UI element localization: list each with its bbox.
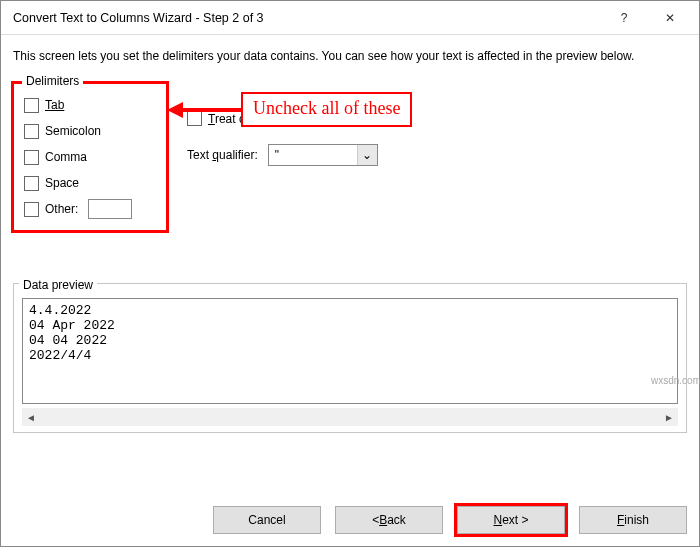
semicolon-label: Semicolon — [45, 124, 101, 138]
delimiter-semicolon-row: Semicolon — [24, 118, 156, 144]
help-icon: ? — [621, 11, 628, 25]
horizontal-scrollbar[interactable]: ◄ ► — [22, 408, 678, 426]
cancel-button[interactable]: Cancel — [213, 506, 321, 534]
titlebar: Convert Text to Columns Wizard - Step 2 … — [1, 1, 699, 35]
comma-label: Comma — [45, 150, 87, 164]
text-qualifier-select[interactable]: " ⌄ — [268, 144, 378, 166]
instruction-text: This screen lets you set the delimiters … — [11, 49, 689, 63]
arrow-line — [183, 108, 241, 112]
space-checkbox[interactable] — [24, 176, 39, 191]
finish-button[interactable]: Finish — [579, 506, 687, 534]
preview-outer: 4.4.2022 04 Apr 2022 04 04 2022 2022/4/4… — [13, 283, 687, 433]
tab-label: Tab — [45, 98, 64, 112]
scroll-right-icon: ► — [660, 408, 678, 426]
delimiter-space-row: Space — [24, 170, 156, 196]
delimiters-group: Delimiters Tab Semicolon Comma Space — [11, 81, 169, 233]
dialog-window: Convert Text to Columns Wizard - Step 2 … — [0, 0, 700, 547]
delimiter-comma-row: Comma — [24, 144, 156, 170]
close-button[interactable]: ✕ — [647, 3, 693, 33]
window-title: Convert Text to Columns Wizard - Step 2 … — [13, 11, 601, 25]
other-checkbox[interactable] — [24, 202, 39, 217]
other-label: Other: — [45, 202, 78, 216]
dialog-content: This screen lets you set the delimiters … — [1, 35, 699, 443]
data-preview-legend: Data preview — [19, 278, 97, 292]
watermark: wxsdn.com — [651, 375, 700, 386]
text-qualifier-label: Text qualifier: — [187, 148, 258, 162]
back-button[interactable]: < Back — [335, 506, 443, 534]
delimiter-other-row: Other: — [24, 196, 156, 222]
other-input[interactable] — [88, 199, 132, 219]
space-label: Space — [45, 176, 79, 190]
text-qualifier-value: " — [269, 148, 357, 162]
delimiters-legend: Delimiters — [22, 74, 83, 88]
data-preview-group: Data preview 4.4.2022 04 Apr 2022 04 04 … — [11, 269, 689, 433]
chevron-down-icon: ⌄ — [357, 145, 377, 165]
comma-checkbox[interactable] — [24, 150, 39, 165]
delimiter-tab-row: Tab — [24, 92, 156, 118]
scroll-left-icon: ◄ — [22, 408, 40, 426]
arrow-left-icon — [167, 102, 183, 118]
annotation-text: Uncheck all of these — [241, 92, 412, 127]
data-preview-box: 4.4.2022 04 Apr 2022 04 04 2022 2022/4/4 — [22, 298, 678, 404]
text-qualifier-row: Text qualifier: " ⌄ — [187, 144, 396, 166]
next-button[interactable]: Next > — [457, 506, 565, 534]
annotation: Uncheck all of these — [167, 92, 412, 127]
close-icon: ✕ — [665, 11, 675, 25]
button-bar: Cancel < Back Next > Finish — [213, 506, 687, 534]
help-button[interactable]: ? — [601, 3, 647, 33]
semicolon-checkbox[interactable] — [24, 124, 39, 139]
tab-checkbox[interactable] — [24, 98, 39, 113]
